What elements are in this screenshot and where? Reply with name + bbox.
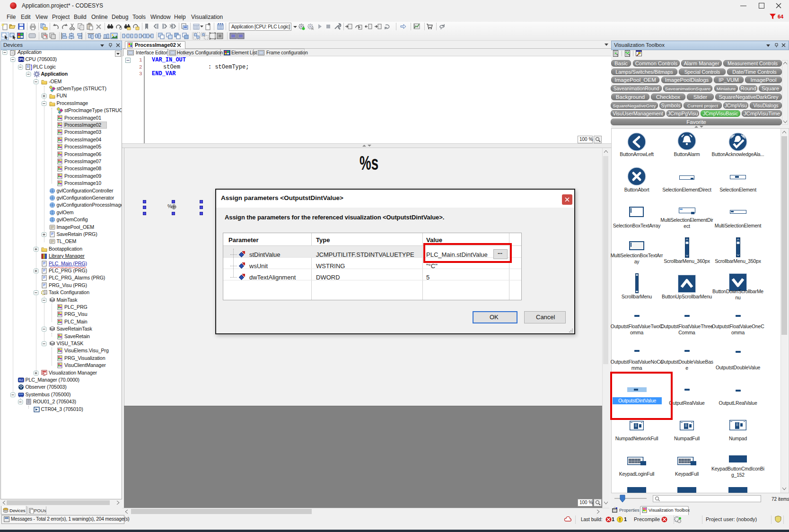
svg-text:PLC: PLC xyxy=(18,379,23,382)
svg-text:CPU: CPU xyxy=(18,58,25,61)
